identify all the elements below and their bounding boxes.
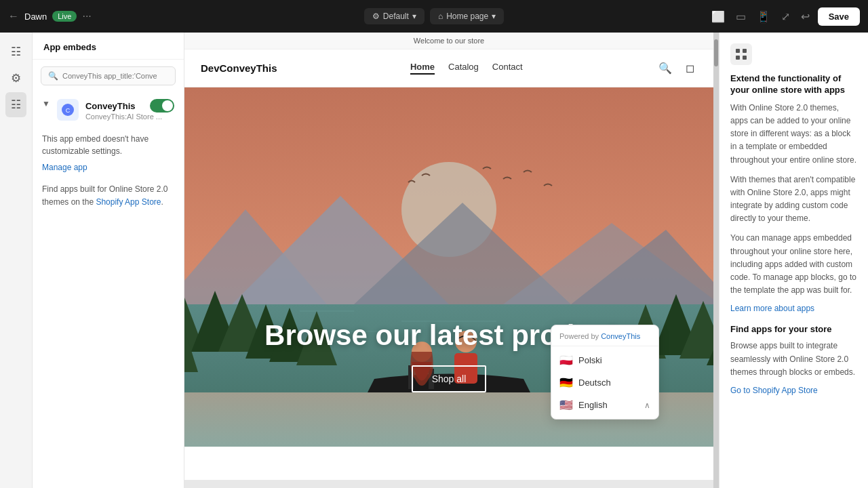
chevron-up-icon: ∧: [644, 401, 650, 410]
sections-nav-button[interactable]: ☷: [5, 39, 26, 64]
more-button[interactable]: ···: [82, 10, 91, 22]
icon-nav: ☷ ⚙ ☷: [0, 33, 33, 488]
preview-area: Welcome to our store DevConveyThis Home …: [184, 33, 719, 488]
app-icon: C: [57, 99, 79, 121]
preview-scroll-container[interactable]: Welcome to our store DevConveyThis Home …: [184, 33, 713, 488]
store-nav: DevConveyThis Home Catalog Contact 🔍 ◻: [184, 49, 713, 87]
shop-all-button[interactable]: Shop all: [412, 365, 487, 392]
right-panel-header: [730, 43, 857, 65]
save-button[interactable]: Save: [818, 7, 860, 26]
search-input[interactable]: [62, 72, 157, 80]
extend-p2: With themes that aren't compatible with …: [730, 174, 857, 226]
extend-title: Extend the functionality of your online …: [730, 73, 857, 96]
svg-text:C: C: [66, 107, 71, 114]
app-item-convey: ▼ C ConveyThis ConveyThis:AI Store ...: [33, 92, 184, 127]
store-search-icon[interactable]: 🔍: [656, 59, 675, 77]
extend-p1: With Online Store 2.0 themes, apps can b…: [730, 102, 857, 167]
go-to-shopify-link[interactable]: Go to Shopify App Store: [730, 386, 857, 395]
apps-panel-icon: [730, 43, 752, 65]
settings-nav-button[interactable]: ⚙: [5, 66, 26, 91]
powered-by-header: Powered by ConveyThis: [551, 332, 658, 346]
store-nav-links: Home Catalog Contact: [410, 62, 523, 75]
main-layout: ☷ ⚙ ☷ App embeds 🔍 ▼ C ConveyThis: [0, 33, 868, 488]
lang-item-deutsch[interactable]: 🇩🇪 Deutsch: [551, 371, 658, 394]
language-popup: Powered by ConveyThis 🇵🇱 Polski 🇩🇪 Deuts…: [551, 325, 659, 420]
hero-container: Browse our latest products Shop all Powe…: [184, 87, 713, 447]
back-button[interactable]: ←: [8, 10, 19, 22]
tablet-icon[interactable]: ▭: [733, 7, 749, 26]
desktop-icon[interactable]: ⬜: [709, 7, 728, 26]
apps-nav-button[interactable]: ☷: [5, 92, 26, 117]
gear-icon: ⚙: [372, 12, 380, 21]
nav-catalog[interactable]: Catalog: [448, 62, 479, 75]
scroll-bar[interactable]: [713, 33, 719, 488]
find-apps-p: Browse apps built to integrate seamlessl…: [730, 340, 857, 379]
manage-app-link[interactable]: Manage app: [33, 160, 184, 175]
us-flag: 🇺🇸: [559, 399, 573, 411]
convey-this-link[interactable]: ConveyThis: [601, 332, 640, 340]
store-logo: DevConveyThis: [201, 62, 277, 74]
svg-rect-30: [743, 49, 747, 53]
chevron-down-icon: ▾: [412, 12, 416, 21]
collapse-button[interactable]: ▼: [42, 99, 50, 108]
default-dropdown[interactable]: ⚙ Default ▾: [364, 8, 425, 24]
store-name: Dawn: [24, 12, 47, 22]
live-badge: Live: [52, 11, 77, 22]
svg-rect-31: [736, 56, 740, 60]
polish-flag: 🇵🇱: [559, 354, 573, 367]
nav-home[interactable]: Home: [410, 62, 435, 75]
search-icon: 🔍: [48, 71, 58, 81]
chevron-down-icon-2: ▾: [492, 12, 496, 21]
shopify-app-store-link[interactable]: Shopify App Store: [96, 197, 161, 207]
app-name: ConveyThis: [85, 101, 136, 111]
homepage-dropdown[interactable]: ⌂ Home page ▾: [430, 8, 504, 24]
find-apps-title: Find apps for your store: [730, 324, 857, 334]
home-icon: ⌂: [438, 12, 443, 21]
app-subtitle: ConveyThis:AI Store ...: [85, 113, 174, 121]
svg-rect-29: [736, 49, 740, 53]
nav-contact[interactable]: Contact: [492, 62, 523, 75]
left-section: ☷ ⚙ ☷ App embeds 🔍 ▼ C ConveyThis: [0, 33, 184, 488]
lang-item-polski[interactable]: 🇵🇱 Polski: [551, 349, 658, 371]
german-flag: 🇩🇪: [559, 376, 573, 389]
store-topbar: Welcome to our store: [184, 33, 713, 49]
preview-frame: Welcome to our store DevConveyThis Home …: [184, 33, 713, 480]
store-cart-icon[interactable]: ◻: [683, 59, 697, 77]
no-settings-text: This app embed doesn't have customizable…: [33, 127, 184, 160]
top-bar-right: ⬜ ▭ 📱 ⤢ ↩ Save: [509, 7, 860, 26]
sidebar-header: App embeds: [33, 33, 184, 60]
sidebar-content: App embeds 🔍 ▼ C ConveyThis ConveyThis:A…: [33, 33, 184, 488]
mobile-icon[interactable]: 📱: [754, 7, 773, 26]
extend-p3: You can manage apps embedded throughout …: [730, 232, 857, 297]
top-bar: ← Dawn Live ··· ⚙ Default ▾ ⌂ Home page …: [0, 0, 868, 33]
search-container[interactable]: 🔍: [41, 66, 176, 85]
top-bar-left: ← Dawn Live ···: [8, 10, 359, 22]
undo-button[interactable]: ↩: [798, 7, 812, 26]
app-info: ConveyThis ConveyThis:AI Store ...: [85, 99, 174, 121]
app-toggle[interactable]: [150, 99, 174, 113]
expand-icon[interactable]: ⤢: [778, 7, 793, 26]
right-panel: Extend the functionality of your online …: [719, 33, 868, 488]
svg-rect-32: [743, 56, 747, 60]
top-bar-center: ⚙ Default ▾ ⌂ Home page ▾: [364, 8, 504, 24]
store-nav-actions: 🔍 ◻: [656, 59, 697, 77]
lang-item-english[interactable]: 🇺🇸 English ∧: [551, 394, 658, 416]
learn-more-link[interactable]: Learn more about apps: [730, 304, 857, 313]
find-apps-text: Find apps built for Online Store 2.0 the…: [33, 175, 184, 211]
